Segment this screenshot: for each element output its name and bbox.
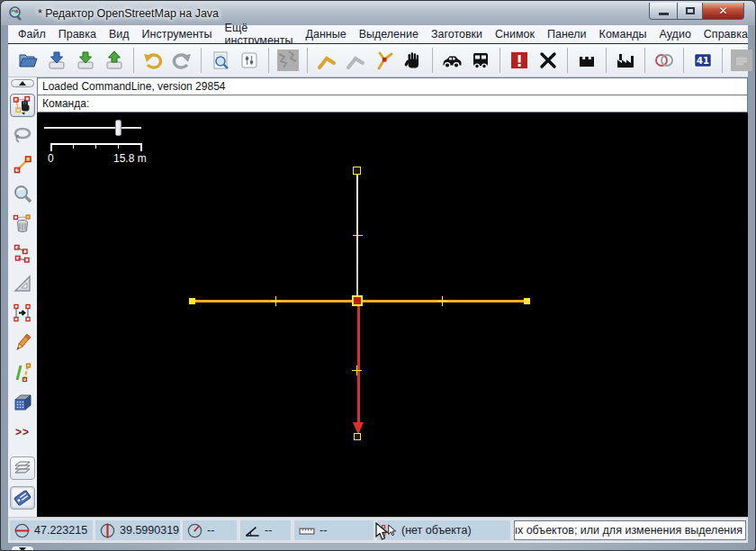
combine-way-disabled-icon xyxy=(345,50,366,71)
open-file-button[interactable] xyxy=(14,47,41,74)
map-canvas[interactable]: 0 15.8 m xyxy=(37,113,748,517)
maximize-button[interactable] xyxy=(678,3,703,20)
pencil-icon xyxy=(12,332,33,354)
menu-item[interactable]: Команды xyxy=(593,26,653,42)
delete-tool-button[interactable] xyxy=(10,212,35,236)
zoom-slider-handle[interactable] xyxy=(115,120,122,136)
distance-value: -- xyxy=(320,524,327,537)
toolbar-separator xyxy=(201,48,202,73)
minimize-button[interactable] xyxy=(649,3,678,20)
node-east[interactable] xyxy=(524,298,530,304)
menu-item[interactable]: Правка xyxy=(52,26,103,42)
preset-car-button[interactable] xyxy=(438,47,465,74)
download-icon xyxy=(75,50,96,71)
preset-castle-button[interactable] xyxy=(573,47,600,74)
merge-nodes-icon xyxy=(12,303,33,324)
menu-item[interactable]: Инструменты xyxy=(136,26,219,42)
close-button[interactable]: ✕ xyxy=(703,3,744,20)
menu-item[interactable]: Выделение xyxy=(353,26,425,42)
longitude-value: 39.5990319 xyxy=(120,524,179,537)
toolbar-separator xyxy=(500,48,500,73)
validator-warning-button[interactable] xyxy=(506,47,533,74)
collapse-down-icon xyxy=(19,547,26,551)
preset-factory-button[interactable] xyxy=(612,47,639,74)
pan-button[interactable] xyxy=(400,47,427,74)
mouse-cursor xyxy=(375,522,389,541)
layers-panel-button[interactable] xyxy=(10,456,35,480)
app-logo-icon xyxy=(8,5,24,22)
combine-way-icon xyxy=(316,50,338,71)
improve-accuracy-tool-button[interactable] xyxy=(10,331,35,355)
menu-item[interactable]: Заготовки xyxy=(425,26,489,42)
close-icon: ✕ xyxy=(718,5,727,17)
midpoint-marker[interactable] xyxy=(271,296,281,306)
parallel-way-icon xyxy=(12,362,33,384)
scale-tick xyxy=(50,143,52,151)
toolbar-separator xyxy=(268,48,269,73)
scale-end-label: 15.8 m xyxy=(113,152,147,165)
car-icon xyxy=(441,50,463,71)
more-tools-label: >> xyxy=(15,426,30,438)
node-west[interactable] xyxy=(189,298,195,304)
node-center-selected[interactable] xyxy=(352,295,363,306)
imagery-disabled-icon xyxy=(276,49,300,72)
measure-angle-tool-button[interactable] xyxy=(10,272,35,295)
select-tool-button[interactable] xyxy=(10,94,35,117)
title-bar[interactable]: * Редактор OpenStreetMap на Java ✕ xyxy=(1,1,755,25)
midpoint-marker[interactable] xyxy=(437,296,447,306)
preset-bus-button[interactable] xyxy=(467,47,494,74)
midpoint-marker[interactable] xyxy=(352,366,362,375)
draw-way-tool-button[interactable] xyxy=(10,153,35,176)
menu-item[interactable]: Данные xyxy=(300,26,353,42)
main-area: >> xyxy=(8,77,748,517)
download-button[interactable] xyxy=(72,47,99,74)
midpoint-marker[interactable] xyxy=(353,230,363,240)
preset-speed-sign-button[interactable]: 41 xyxy=(689,47,716,74)
hand-icon xyxy=(402,50,424,71)
longitude-icon xyxy=(99,522,116,539)
lasso-tool-button[interactable] xyxy=(10,123,35,147)
more-tools-button[interactable]: >> xyxy=(10,420,35,444)
merge-nodes-tool-button[interactable] xyxy=(10,302,35,325)
combine-way-disabled-button xyxy=(342,47,369,74)
collapse-up-button[interactable] xyxy=(11,79,34,87)
menu-item[interactable]: Снимок xyxy=(489,26,541,42)
preferences-button[interactable] xyxy=(207,47,234,74)
node-top[interactable] xyxy=(353,167,361,175)
imagery-button-disabled xyxy=(274,47,302,74)
upload-button[interactable] xyxy=(101,47,128,74)
latitude-icon xyxy=(14,522,31,539)
menu-item[interactable]: Панели xyxy=(541,26,593,42)
menu-item[interactable]: Справка xyxy=(698,26,754,42)
redo-button[interactable] xyxy=(168,47,195,74)
distance-field: -- xyxy=(294,520,374,540)
zoom-slider-track[interactable] xyxy=(44,127,141,129)
tags-panel-button[interactable] xyxy=(10,486,35,510)
combine-way-button[interactable] xyxy=(313,47,340,74)
notification-bar: Loaded CommandLine, version 29854 xyxy=(37,77,748,95)
scale-tick xyxy=(118,143,119,149)
zoom-tool-button[interactable] xyxy=(10,183,35,206)
menu-item[interactable]: Аудио xyxy=(653,26,698,42)
castle-icon xyxy=(576,50,598,71)
node-bottom[interactable] xyxy=(354,433,361,440)
preset-crossing-button[interactable] xyxy=(535,47,562,74)
command-input[interactable] xyxy=(89,97,742,110)
toolbar-separator xyxy=(307,48,308,73)
undo-button[interactable] xyxy=(140,47,166,74)
save-button[interactable] xyxy=(43,47,70,74)
bus-icon xyxy=(470,50,491,71)
window-controls: ✕ xyxy=(649,3,744,20)
collapse-down-button[interactable] xyxy=(11,546,34,551)
toggle-dialogs-button[interactable] xyxy=(236,47,263,74)
building-tool-button[interactable] xyxy=(10,391,35,414)
menu-item[interactable]: Файл xyxy=(12,26,52,42)
menu-item[interactable]: Вид xyxy=(103,26,136,42)
split-way-button[interactable] xyxy=(371,47,398,74)
command-label: Команда: xyxy=(42,97,89,110)
unglue-tool-button[interactable] xyxy=(10,242,35,266)
warning-icon xyxy=(508,50,530,71)
parallel-way-tool-button[interactable] xyxy=(10,361,35,384)
preset-rings-button[interactable] xyxy=(651,47,678,74)
upload-icon xyxy=(104,50,125,71)
